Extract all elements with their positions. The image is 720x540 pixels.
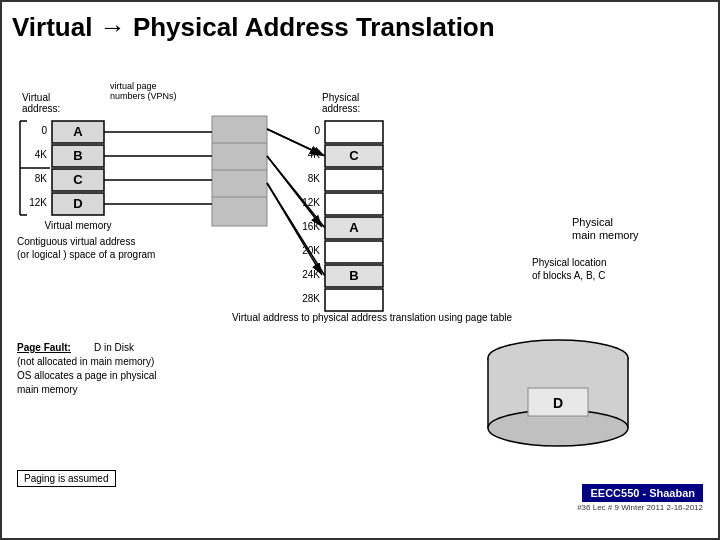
svg-text:(not allocated in main memory): (not allocated in main memory) — [17, 356, 154, 367]
svg-text:numbers (VPNs): numbers (VPNs) — [110, 91, 177, 101]
svg-line-52 — [267, 183, 325, 276]
svg-text:D: D — [553, 395, 563, 411]
svg-rect-24 — [325, 121, 383, 143]
svg-rect-41 — [325, 289, 383, 311]
svg-line-57 — [267, 183, 322, 275]
content-area: Virtual address: virtual page numbers (V… — [12, 51, 708, 517]
paging-assumed-label: Paging is assumed — [17, 470, 116, 487]
svg-text:C: C — [349, 148, 359, 163]
title-arrow: → — [100, 12, 126, 42]
svg-text:28K: 28K — [302, 293, 320, 304]
svg-text:8K: 8K — [35, 173, 48, 184]
svg-text:Contiguous virtual address: Contiguous virtual address — [17, 236, 135, 247]
disk-diagram: D — [458, 338, 658, 462]
svg-text:8K: 8K — [308, 173, 321, 184]
svg-text:20K: 20K — [302, 245, 320, 256]
svg-text:virtual page: virtual page — [110, 81, 157, 91]
credits-main: EECC550 - Shaaban — [582, 484, 703, 502]
svg-text:C: C — [73, 172, 83, 187]
credits-section: EECC550 - Shaaban #36 Lec # 9 Winter 201… — [577, 483, 703, 512]
svg-text:A: A — [73, 124, 83, 139]
svg-rect-13 — [52, 169, 104, 191]
svg-rect-29 — [325, 169, 383, 191]
svg-text:(or logical ) space of a progr: (or logical ) space of a program — [17, 249, 155, 260]
svg-rect-7 — [52, 121, 104, 143]
svg-text:D: D — [73, 196, 82, 211]
svg-text:D in Disk: D in Disk — [94, 342, 135, 353]
svg-text:12K: 12K — [302, 197, 320, 208]
svg-line-56 — [267, 156, 322, 227]
svg-text:Page Fault:: Page Fault: — [17, 342, 71, 353]
svg-text:Physical location: Physical location — [532, 257, 606, 268]
svg-text:Physical: Physical — [572, 216, 613, 228]
svg-text:Physical: Physical — [322, 92, 359, 103]
page-title: Virtual → Physical Address Translation — [12, 12, 708, 43]
svg-line-51 — [267, 156, 325, 228]
svg-text:B: B — [73, 148, 82, 163]
svg-text:Virtual address to physical ad: Virtual address to physical address tran… — [232, 312, 512, 323]
slide: Virtual → Physical Address Translation V… — [0, 0, 720, 540]
credits-sub: #36 Lec # 9 Winter 2011 2-16-2012 — [577, 503, 703, 512]
svg-text:0: 0 — [41, 125, 47, 136]
svg-text:main memory: main memory — [17, 384, 78, 395]
svg-text:of blocks A, B, C: of blocks A, B, C — [532, 270, 605, 281]
title-prefix: Virtual — [12, 12, 100, 42]
title-suffix: Physical Address Translation — [126, 12, 495, 42]
svg-text:address:: address: — [322, 103, 360, 114]
svg-rect-16 — [52, 193, 104, 215]
svg-text:A: A — [349, 220, 359, 235]
svg-line-55 — [267, 129, 322, 155]
svg-text:Virtual: Virtual — [22, 92, 50, 103]
svg-rect-10 — [52, 145, 104, 167]
svg-line-50 — [267, 129, 325, 156]
svg-rect-36 — [325, 241, 383, 263]
svg-text:12K: 12K — [29, 197, 47, 208]
svg-rect-38 — [325, 265, 383, 287]
svg-text:4K: 4K — [35, 149, 48, 160]
svg-rect-31 — [325, 193, 383, 215]
svg-text:16K: 16K — [302, 221, 320, 232]
svg-text:24K: 24K — [302, 269, 320, 280]
svg-text:OS allocates a page in physica: OS allocates a page in physical — [17, 370, 157, 381]
svg-text:main memory: main memory — [572, 229, 639, 241]
svg-rect-26 — [325, 145, 383, 167]
svg-text:B: B — [349, 268, 358, 283]
svg-text:4K: 4K — [308, 149, 321, 160]
svg-text:Virtual memory: Virtual memory — [44, 220, 111, 231]
svg-text:address:: address: — [22, 103, 60, 114]
svg-text:0: 0 — [314, 125, 320, 136]
svg-rect-19 — [212, 116, 267, 226]
svg-rect-33 — [325, 217, 383, 239]
